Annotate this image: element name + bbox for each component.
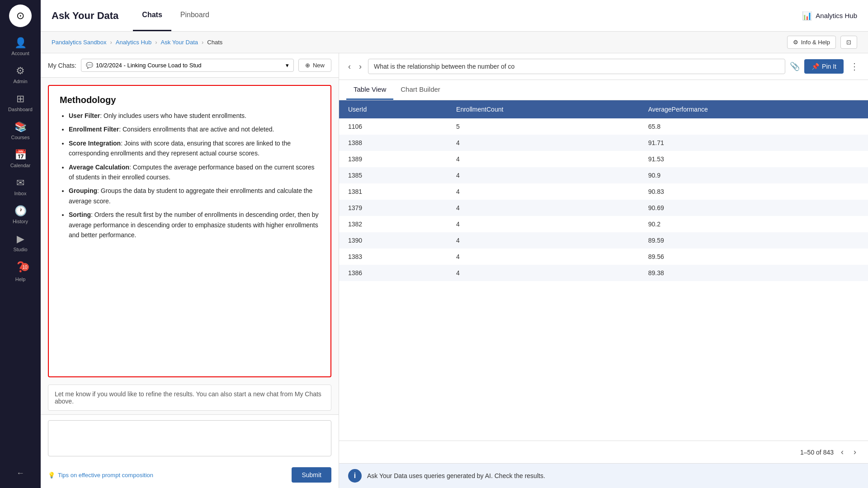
table-row: 1383 4 89.56 <box>339 249 868 265</box>
sidebar-item-courses[interactable]: 📚 Courses <box>0 117 41 144</box>
new-chat-label: New <box>313 62 325 69</box>
sidebar-item-dashboard[interactable]: ⊞ Dashboard <box>0 89 41 116</box>
cell-enrollment: 4 <box>447 232 639 249</box>
tab-pinboard[interactable]: Pinboard <box>171 0 218 31</box>
embed-button[interactable]: ⊡ <box>840 36 857 49</box>
cell-enrollment: 5 <box>447 118 639 135</box>
query-next-button[interactable]: › <box>357 60 363 73</box>
cell-performance: 89.59 <box>639 232 868 249</box>
col-enrollment: EnrollmentCount <box>447 100 639 118</box>
tips-link[interactable]: 💡 Tips on effective prompt composition <box>48 472 153 479</box>
breadcrumb-ayd[interactable]: Ask Your Data <box>161 39 198 46</box>
table-row: 1388 4 91.71 <box>339 135 868 151</box>
cell-performance: 91.71 <box>639 135 868 151</box>
breadcrumb-hub[interactable]: Analytics Hub <box>116 39 151 46</box>
view-tabs: Table View Chart Builder <box>339 80 868 100</box>
sidebar-item-label: Inbox <box>14 191 27 196</box>
chat-input[interactable] <box>48 420 331 456</box>
data-table: UserId EnrollmentCount AveragePerformanc… <box>339 100 868 281</box>
cell-enrollment: 4 <box>447 249 639 265</box>
inbox-icon: ✉ <box>16 177 24 189</box>
collapse-icon: ← <box>16 469 24 478</box>
table-row: 1379 4 90.69 <box>339 200 868 216</box>
cell-userid: 1383 <box>339 249 447 265</box>
tab-table-view[interactable]: Table View <box>346 80 393 100</box>
ai-notice: i Ask Your Data uses queries generated b… <box>339 463 868 488</box>
cell-userid: 1388 <box>339 135 447 151</box>
col-userid: UserId <box>339 100 447 118</box>
cell-performance: 89.38 <box>639 265 868 281</box>
cell-enrollment: 4 <box>447 216 639 232</box>
cell-performance: 89.56 <box>639 249 868 265</box>
breadcrumb-sep-2: › <box>155 39 157 46</box>
dashboard-icon: ⊞ <box>16 93 24 105</box>
topnav-right: 📊 Analytics Hub <box>802 11 857 21</box>
breadcrumb-sandbox[interactable]: Pandalytics Sandbox <box>52 39 106 46</box>
lightbulb-icon: 💡 <box>48 472 55 479</box>
methodology-box: Methodology User Filter: Only includes u… <box>48 85 331 377</box>
table-row: 1382 4 90.2 <box>339 216 868 232</box>
page-next-button[interactable]: › <box>851 446 859 459</box>
sidebar-item-inbox[interactable]: ✉ Inbox <box>0 174 41 200</box>
sidebar-item-help[interactable]: ❓ 10 Help <box>0 258 41 286</box>
tab-chats[interactable]: Chats <box>133 0 171 31</box>
cell-performance: 90.9 <box>639 167 868 183</box>
calendar-icon: 📅 <box>14 149 27 161</box>
breadcrumb-sep-3: › <box>202 39 203 46</box>
query-prev-button[interactable]: ‹ <box>346 60 353 73</box>
tab-chart-builder[interactable]: Chart Builder <box>393 80 448 100</box>
cell-performance: 90.83 <box>639 183 868 200</box>
cell-performance: 90.69 <box>639 200 868 216</box>
sidebar-item-label: Admin <box>13 79 27 84</box>
query-input[interactable] <box>368 59 785 74</box>
pagination-info: 1–50 of 843 <box>800 449 834 456</box>
cell-userid: 1385 <box>339 167 447 183</box>
history-icon: 🕐 <box>14 205 27 217</box>
admin-icon: ⚙ <box>16 65 25 77</box>
analytics-hub-button[interactable]: 📊 Analytics Hub <box>802 11 857 21</box>
table-container: UserId EnrollmentCount AveragePerformanc… <box>339 100 868 441</box>
cell-enrollment: 4 <box>447 151 639 167</box>
studio-icon: ▶ <box>17 233 24 245</box>
app-title: Ask Your Data <box>52 10 118 22</box>
sidebar-item-label: Help <box>15 277 26 282</box>
paperclip-icon: 📎 <box>790 61 800 71</box>
tips-label: Tips on effective prompt composition <box>58 472 153 479</box>
sidebar-item-studio[interactable]: ▶ Studio <box>0 230 41 256</box>
chat-dropdown[interactable]: 💬 10/2/2024 - Linking Course Load to Stu… <box>81 59 294 72</box>
sidebar-item-account[interactable]: 👤 Account <box>0 33 41 60</box>
cell-enrollment: 4 <box>447 183 639 200</box>
refine-message: Let me know if you would like to refine … <box>41 385 339 414</box>
cell-enrollment: 4 <box>447 265 639 281</box>
cell-performance: 91.53 <box>639 151 868 167</box>
cell-userid: 1389 <box>339 151 447 167</box>
sidebar-item-label: Dashboard <box>8 107 33 112</box>
cell-userid: 1379 <box>339 200 447 216</box>
methodology-item: User Filter: Only includes users who hav… <box>69 111 320 121</box>
breadcrumb: Pandalytics Sandbox › Analytics Hub › As… <box>52 39 222 46</box>
breadcrumb-sep-1: › <box>110 39 112 46</box>
page-prev-button[interactable]: ‹ <box>838 446 846 459</box>
cell-userid: 1390 <box>339 232 447 249</box>
cell-enrollment: 4 <box>447 167 639 183</box>
sidebar-collapse[interactable]: ← <box>11 463 30 483</box>
more-options-button[interactable]: ⋮ <box>848 59 861 74</box>
pin-icon: 📌 <box>811 63 819 70</box>
table-row: 1106 5 65.8 <box>339 118 868 135</box>
sidebar-item-admin[interactable]: ⚙ Admin <box>0 61 41 88</box>
sidebar-item-history[interactable]: 🕐 History <box>0 202 41 228</box>
ai-notice-text: Ask Your Data uses queries generated by … <box>367 472 545 479</box>
sidebar: ⊙ 👤 Account ⚙ Admin ⊞ Dashboard 📚 Course… <box>0 0 41 488</box>
new-chat-button[interactable]: ⊕ New <box>298 59 331 72</box>
pin-it-button[interactable]: 📌 Pin It <box>804 59 844 74</box>
breadcrumb-bar: Pandalytics Sandbox › Analytics Hub › As… <box>41 32 868 53</box>
topnav: Ask Your Data Chats Pinboard 📊 Analytics… <box>41 0 868 32</box>
sidebar-item-label: History <box>13 219 28 224</box>
sidebar-item-label: Calendar <box>10 163 31 168</box>
submit-button[interactable]: Submit <box>292 467 331 483</box>
sidebar-item-calendar[interactable]: 📅 Calendar <box>0 145 41 172</box>
pagination-bar: 1–50 of 843 ‹ › <box>339 441 868 463</box>
table-row: 1385 4 90.9 <box>339 167 868 183</box>
info-help-button[interactable]: ⚙ Info & Help <box>787 36 836 49</box>
cell-userid: 1386 <box>339 265 447 281</box>
